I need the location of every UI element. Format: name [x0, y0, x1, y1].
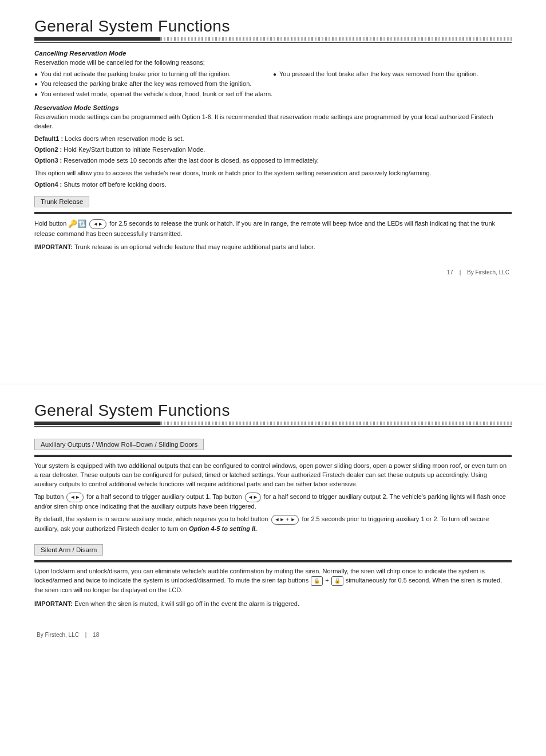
- bullet-icon-3: ●: [34, 80, 38, 88]
- cancelling-bullets-row1: ● You did not activate the parking brake…: [34, 70, 512, 80]
- silent-important-label: IMPORTANT:: [34, 600, 73, 607]
- trunk-box-label: Trunk Release: [41, 198, 83, 205]
- bullet-icon-1: ●: [34, 70, 38, 78]
- page2-title: General System Functions: [34, 401, 512, 420]
- auxiliary-divider: [34, 455, 512, 457]
- auxiliary-body3: By default, the system is in secure auxi…: [34, 515, 512, 534]
- bullet-icon-4: ●: [34, 90, 38, 99]
- settings-intro: Reservation mode settings can be program…: [34, 113, 512, 131]
- bullet-text-2: You pressed the foot brake after the key…: [279, 70, 478, 78]
- silent-important-text: Even when the siren is muted, it will st…: [74, 600, 299, 607]
- page2-footer: By Firstech, LLC | 18: [34, 632, 512, 638]
- option4-text: Shuts motor off before locking doors.: [64, 181, 167, 188]
- page2-header-decoration: [34, 422, 512, 425]
- page1-separator: |: [460, 269, 461, 275]
- aux-btn1-icon: ◄►: [66, 493, 84, 502]
- trunk-body: Hold button 🔑🔃 ◄► for 2.5 seconds to rel…: [34, 219, 512, 239]
- auxiliary-box-label: Auxiliary Outputs / Window Roll–Down / S…: [41, 441, 197, 448]
- bullet-icon-2: ●: [273, 70, 276, 78]
- option3-text: Reservation mode sets 10 seconds after t…: [64, 157, 319, 164]
- option4-intro: This option will allow you to access the…: [34, 169, 512, 178]
- silent-unlock-btn: 🔓: [331, 576, 343, 586]
- header-dark-bar: [34, 37, 160, 41]
- page2-header-pattern-bar: [160, 422, 512, 425]
- bullet-item-2: ● You pressed the foot brake after the k…: [273, 70, 512, 78]
- auxiliary-box: Auxiliary Outputs / Window Roll–Down / S…: [34, 439, 204, 450]
- page1-brand: By Firstech, LLC: [467, 269, 509, 275]
- header-pattern-bar: [160, 37, 512, 41]
- silent-lock-btn: 🔒: [311, 576, 323, 586]
- cancelling-bullet-col2: ● You pressed the foot brake after the k…: [273, 70, 512, 80]
- trunk-icon-visual: ◄►: [89, 219, 106, 229]
- default1-text: Locks doors when reservation mode is set…: [65, 135, 184, 142]
- silent-box-label: Silent Arm / Disarm: [41, 546, 97, 553]
- page2-header: General System Functions: [34, 401, 512, 427]
- settings-section: Reservation Mode Settings Reservation mo…: [34, 104, 512, 190]
- trunk-important: IMPORTANT: Trunk release is an optional …: [34, 243, 512, 252]
- aux-btn2-icon: ◄►: [245, 493, 261, 502]
- silent-body1: Upon lock/arm and unlock/disarm, you can…: [34, 567, 512, 595]
- page1-content: Cancelling Reservation Mode Reservation …: [34, 50, 512, 252]
- default1-line: Default1 : Locks doors when reservation …: [34, 135, 512, 144]
- page2-header-thin-bar: [34, 426, 512, 427]
- cancelling-intro: Reservation mode will be cancelled for t…: [34, 58, 512, 68]
- page1-title: General System Functions: [34, 17, 512, 36]
- silent-box: Silent Arm / Disarm: [34, 544, 103, 556]
- trunk-section: Trunk Release Hold button 🔑🔃 ◄► for 2.5 …: [34, 191, 512, 253]
- silent-section: Silent Arm / Disarm Upon lock/arm and un…: [34, 540, 512, 609]
- page2-separator: |: [85, 632, 87, 638]
- trunk-important-text: Trunk release is an optional vehicle fea…: [74, 243, 315, 250]
- page2-brand: By Firstech, LLC: [37, 632, 79, 638]
- page1-number: 17: [447, 269, 453, 275]
- aux-combo-icon: ◄► + ►: [271, 515, 299, 525]
- silent-important: IMPORTANT: Even when the siren is muted,…: [34, 600, 512, 609]
- option4-line: Option4 : Shuts motor off before locking…: [34, 180, 512, 190]
- page1-header: General System Functions: [34, 17, 512, 43]
- silent-divider: [34, 560, 512, 562]
- bullet-item-4: ● You entered valet mode, opened the veh…: [34, 90, 512, 99]
- auxiliary-body2: Tap button ◄► for a half second to trigg…: [34, 493, 512, 511]
- page1-footer: 17 | By Firstech, LLC: [34, 269, 512, 275]
- option3-line: Option3 : Reservation mode sets 10 secon…: [34, 156, 512, 166]
- option2-text: Hold Key/Start button to initiate Reserv…: [64, 146, 205, 153]
- option2-line: Option2 : Hold Key/Start button to initi…: [34, 145, 512, 155]
- header-decoration: [34, 37, 512, 41]
- trunk-important-label: IMPORTANT:: [34, 243, 73, 250]
- default1-label: Default1 :: [34, 135, 63, 142]
- bullet-text-1: You did not activate the parking brake p…: [41, 70, 231, 78]
- auxiliary-section: Auxiliary Outputs / Window Roll–Down / S…: [34, 434, 512, 534]
- option2-label: Option2 :: [34, 146, 62, 153]
- trunk-divider: [34, 212, 512, 214]
- settings-heading: Reservation Mode Settings: [34, 104, 512, 111]
- auxiliary-body1: Your system is equipped with two additio…: [34, 462, 512, 489]
- option45-text: Option 4-5 to setting II.: [189, 525, 257, 532]
- cancelling-heading: Cancelling Reservation Mode: [34, 50, 512, 57]
- bullet-item-1: ● You did not activate the parking brake…: [34, 70, 273, 78]
- page2-number: 18: [93, 632, 99, 638]
- bullet-text-3: You released the parking brake after the…: [41, 80, 251, 88]
- option4-label: Option4 :: [34, 181, 62, 188]
- page2-header-dark-bar: [34, 422, 160, 425]
- page2-content: Auxiliary Outputs / Window Roll–Down / S…: [34, 434, 512, 609]
- header-thin-bar: [34, 42, 512, 43]
- trunk-box: Trunk Release: [34, 196, 89, 207]
- option3-label: Option3 :: [34, 157, 62, 164]
- trunk-button-icon: 🔑🔃: [68, 219, 86, 230]
- cancelling-section: Cancelling Reservation Mode Reservation …: [34, 50, 512, 99]
- page-2: General System Functions Auxiliary Outpu…: [0, 384, 546, 756]
- cancelling-bullet-col1: ● You did not activate the parking brake…: [34, 70, 273, 80]
- bullet-item-3: ● You released the parking brake after t…: [34, 80, 512, 88]
- page-1: General System Functions Cancelling Rese…: [0, 0, 546, 378]
- bullet-text-4: You entered valet mode, opened the vehic…: [41, 90, 272, 99]
